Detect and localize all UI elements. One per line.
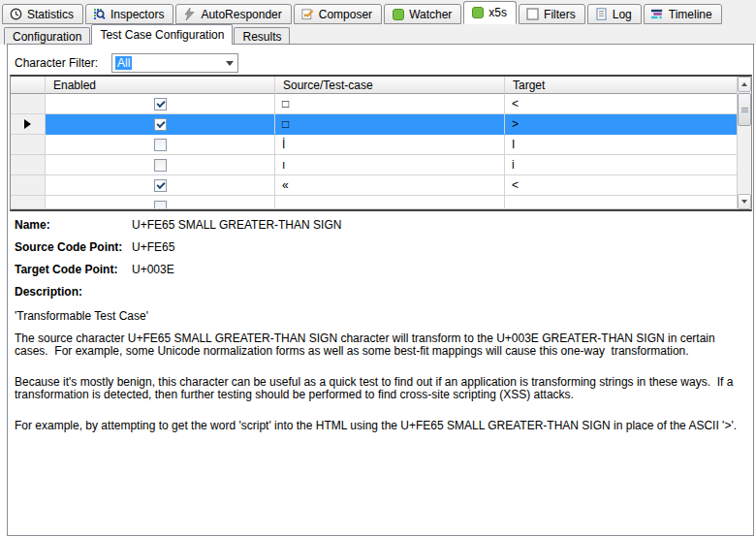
- toolbar-tab-label: x5s: [488, 6, 507, 19]
- toolbar-tab-filters[interactable]: Filters: [519, 4, 585, 24]
- enabled-checkbox[interactable]: [154, 179, 167, 192]
- subtab-configuration[interactable]: Configuration: [4, 27, 90, 45]
- toolbar-tab-log[interactable]: Log: [587, 4, 642, 24]
- toolbar-tab-composer[interactable]: Composer: [294, 4, 382, 24]
- source-cell[interactable]: «: [275, 175, 505, 196]
- target-glyph: >: [512, 117, 519, 131]
- row-header-cell[interactable]: [11, 114, 46, 135]
- detail-field-row: Source Code Point:U+FE65: [15, 240, 341, 263]
- enabled-checkbox[interactable]: [154, 118, 167, 131]
- scroll-up-icon: [741, 82, 747, 86]
- toolbar-tab-label: Composer: [319, 8, 372, 21]
- row-header-cell[interactable]: [11, 155, 46, 175]
- table-row[interactable]: ıi: [11, 155, 737, 175]
- scrollbar-thumb[interactable]: [738, 93, 751, 126]
- character-filter-row: Character Filter: All: [15, 53, 238, 73]
- source-cell[interactable]: ı: [275, 155, 505, 175]
- column-header-enabled[interactable]: Enabled: [46, 77, 275, 94]
- enabled-checkbox[interactable]: [154, 201, 167, 209]
- table-row[interactable]: □>: [11, 114, 737, 135]
- current-row-arrow-icon: [24, 119, 31, 129]
- lightning-icon: [183, 8, 196, 20]
- toolbar-tab-inspectors[interactable]: Inspectors: [85, 4, 173, 24]
- toolbar-tab-timeline[interactable]: Timeline: [644, 4, 722, 24]
- subtab-test-case-configuration[interactable]: Test Case Configuration: [91, 24, 233, 45]
- row-header-cell[interactable]: [11, 135, 46, 155]
- character-filter-dropdown[interactable]: All: [111, 53, 238, 73]
- enabled-cell: [46, 155, 275, 175]
- detail-field-value: U+003E: [132, 263, 174, 276]
- source-cell[interactable]: [275, 196, 505, 209]
- scroll-down-button[interactable]: [738, 194, 751, 209]
- description-paragraph: Because it's mostly benign, this charact…: [15, 376, 748, 401]
- target-cell[interactable]: <: [505, 175, 737, 196]
- vertical-scrollbar[interactable]: [737, 77, 751, 209]
- target-glyph: <: [512, 97, 519, 111]
- source-cell[interactable]: İ: [275, 135, 505, 155]
- enabled-cell: [46, 196, 275, 209]
- toolbar-tab-autoresponder[interactable]: AutoResponder: [175, 4, 291, 24]
- column-header-source[interactable]: Source/Test-case: [275, 77, 505, 94]
- grid-header-row: Enabled Source/Test-case Target: [11, 77, 737, 94]
- test-case-grid: Enabled Source/Test-case Target □<□>İIıi…: [10, 75, 752, 211]
- grid-corner-cell: [11, 77, 46, 94]
- toolbar-tab-statistics[interactable]: Statistics: [2, 4, 83, 24]
- source-glyph: □: [282, 97, 289, 111]
- description-paragraph: The source character U+FE65 SMALL GREATE…: [15, 332, 748, 358]
- grid-rows: □<□>İIıi«<: [11, 94, 751, 209]
- scroll-up-button[interactable]: [738, 77, 751, 92]
- target-cell[interactable]: [505, 196, 737, 209]
- row-header-cell[interactable]: [11, 175, 46, 196]
- table-row[interactable]: □<: [11, 94, 737, 114]
- enabled-checkbox[interactable]: [154, 98, 167, 111]
- toolbar-tab-strip: StatisticsInspectorsAutoResponderCompose…: [0, 0, 756, 24]
- toolbar-tab-label: Log: [613, 8, 632, 21]
- subtab-label: Configuration: [13, 30, 81, 44]
- table-row-partial[interactable]: [11, 196, 737, 209]
- subtab-results[interactable]: Results: [234, 27, 290, 45]
- enabled-checkbox[interactable]: [154, 159, 167, 172]
- source-cell[interactable]: □: [275, 114, 505, 135]
- detail-field-value: U+FE65 SMALL GREATER-THAN SIGN: [132, 218, 341, 232]
- target-cell[interactable]: i: [505, 155, 737, 175]
- target-cell[interactable]: I: [505, 135, 737, 155]
- detail-field-value: U+FE65: [132, 240, 174, 254]
- source-glyph: ı: [282, 158, 285, 172]
- green-square-icon: [392, 8, 404, 20]
- target-glyph: I: [512, 138, 515, 151]
- source-cell[interactable]: □: [275, 94, 505, 114]
- toolbar-tab-x5s[interactable]: x5s: [463, 1, 517, 24]
- row-header-cell[interactable]: [11, 196, 46, 209]
- table-row[interactable]: İI: [11, 135, 737, 155]
- row-header-cell[interactable]: [11, 94, 46, 114]
- compose-icon: [301, 8, 314, 20]
- description-text: 'Transformable Test Case'The source char…: [15, 310, 748, 432]
- detail-field-label: Target Code Point:: [15, 263, 132, 276]
- table-row[interactable]: «<: [11, 175, 737, 196]
- chevron-down-icon[interactable]: [226, 61, 234, 66]
- character-filter-label: Character Filter:: [15, 56, 111, 70]
- toolbar-tab-label: AutoResponder: [201, 8, 281, 21]
- toolbar-tab-label: Filters: [544, 8, 576, 21]
- timeline-icon: [651, 8, 664, 20]
- column-header-target[interactable]: Target: [505, 77, 737, 94]
- target-glyph: <: [512, 178, 519, 192]
- toolbar-tab-label: Inspectors: [110, 8, 164, 21]
- toolbar-tab-watcher[interactable]: Watcher: [384, 4, 461, 24]
- target-cell[interactable]: >: [505, 114, 737, 135]
- detail-field-row: Name:U+FE65 SMALL GREATER-THAN SIGN: [15, 218, 341, 240]
- target-cell[interactable]: <: [505, 94, 737, 114]
- description-paragraph: For example, by attempting to get the wo…: [15, 420, 748, 432]
- checkbox-icon: [526, 8, 539, 20]
- enabled-checkbox[interactable]: [154, 139, 167, 151]
- subtab-label: Results: [242, 30, 281, 44]
- toolbar-tab-label: Timeline: [669, 8, 712, 21]
- detail-fields: Name:U+FE65 SMALL GREATER-THAN SIGNSourc…: [15, 218, 341, 285]
- enabled-cell: [46, 135, 275, 155]
- source-glyph: □: [282, 117, 289, 131]
- clock-icon: [10, 8, 22, 20]
- source-glyph: «: [282, 178, 289, 192]
- subtab-label: Test Case Configuration: [100, 28, 224, 42]
- scroll-down-icon: [741, 200, 747, 204]
- character-filter-value: All: [115, 56, 132, 70]
